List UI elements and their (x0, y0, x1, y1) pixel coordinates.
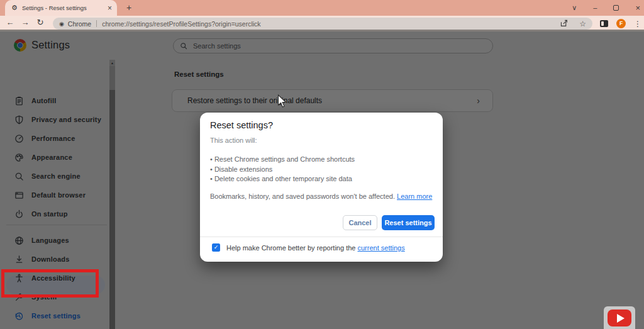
dialog-bullet-list: Reset Chrome settings and Chrome shortcu… (210, 155, 355, 184)
current-settings-link[interactable]: current settings (358, 244, 405, 252)
tab-strip: ⚙ Settings - Reset settings × + ∨ – × (0, 0, 644, 16)
share-icon[interactable] (560, 19, 568, 28)
dialog-note: Bookmarks, history, and saved passwords … (210, 192, 432, 200)
minimize-window-button[interactable]: – (593, 4, 597, 11)
forward-button[interactable]: → (18, 16, 33, 30)
report-settings-checkbox[interactable]: ✓ (212, 243, 220, 252)
annotation-highlight-rect (1, 269, 99, 298)
close-window-button[interactable]: × (635, 4, 640, 12)
tab-close-icon[interactable]: × (108, 4, 112, 13)
bullet-item: Reset Chrome settings and Chrome shortcu… (210, 155, 355, 165)
tab-search-chevron-icon[interactable]: ∨ (572, 4, 577, 11)
cancel-button[interactable]: Cancel (343, 215, 377, 230)
gear-icon: ⚙ (11, 4, 18, 11)
side-panel-icon[interactable] (600, 20, 608, 27)
url-separator (96, 20, 97, 27)
tab-settings[interactable]: ⚙ Settings - Reset settings × (5, 0, 117, 16)
reset-settings-dialog: Reset settings? This action will: Reset … (200, 113, 443, 262)
youtube-logo-icon (608, 309, 631, 326)
reload-button[interactable]: ↻ (33, 16, 48, 30)
browser-window: ⚙ Settings - Reset settings × + ∨ – × ← … (0, 0, 644, 329)
site-label: Chrome (68, 20, 91, 28)
tab-title: Settings - Reset settings (22, 4, 104, 11)
menu-more-icon[interactable]: ⋮ (634, 20, 641, 28)
learn-more-link[interactable]: Learn more (397, 192, 432, 200)
profile-avatar[interactable]: F (616, 19, 626, 28)
bookmark-star-icon[interactable]: ☆ (579, 20, 586, 28)
reset-settings-button[interactable]: Reset settings (382, 215, 435, 230)
restore-window-button[interactable] (613, 5, 619, 11)
youtube-watermark (604, 306, 635, 329)
back-button[interactable]: ← (3, 16, 18, 30)
url-text[interactable]: chrome://settings/resetProfileSettings?o… (102, 20, 555, 28)
site-info-icon[interactable]: ◉ (59, 21, 64, 27)
dialog-title: Reset settings? (210, 120, 273, 130)
bullet-item: Delete cookies and other temporary site … (210, 174, 355, 184)
browser-toolbar: ← → ↻ ◉ Chrome chrome://settings/resetPr… (0, 16, 644, 31)
new-tab-button[interactable]: + (123, 1, 135, 14)
bullet-item: Disable extensions (210, 165, 355, 175)
dialog-divider (200, 237, 443, 237)
checkbox-label: Help make Chrome better by reporting the… (226, 244, 405, 252)
mouse-cursor (277, 94, 287, 111)
address-bar[interactable]: ◉ Chrome chrome://settings/resetProfileS… (53, 18, 592, 30)
dialog-intro: This action will: (210, 137, 257, 144)
